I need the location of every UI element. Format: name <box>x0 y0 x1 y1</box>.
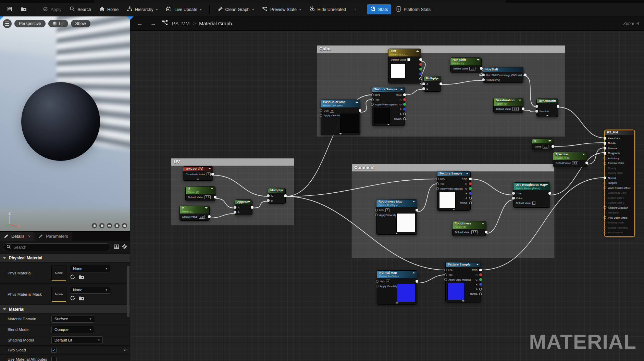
collapse-chevron-icon[interactable] <box>477 59 480 61</box>
comment-title[interactable]: Color <box>317 46 565 53</box>
output-pin[interactable] <box>416 280 418 283</box>
output-pin[interactable] <box>479 288 482 291</box>
expand-chevron-icon[interactable] <box>453 209 455 210</box>
collapse-chevron-icon[interactable] <box>482 223 484 224</box>
color-swatch[interactable] <box>407 58 410 61</box>
input-pin[interactable] <box>422 82 425 85</box>
collapse-chevron-icon[interactable] <box>554 100 556 102</box>
output-pin[interactable] <box>439 82 442 85</box>
expand-chevron-icon[interactable] <box>396 302 398 304</box>
expand-chevron-icon[interactable] <box>395 233 398 234</box>
input-pin[interactable] <box>482 74 485 76</box>
collapse-chevron-icon[interactable] <box>356 101 358 103</box>
output-pin[interactable] <box>403 103 406 106</box>
node-use-roughness-map[interactable]: Use Roughness MapSwitch Param (False)Tru… <box>513 182 550 208</box>
output-pin[interactable] <box>214 196 216 198</box>
value-box[interactable]: 0 <box>385 208 389 212</box>
close-tab-icon[interactable]: × <box>28 234 30 239</box>
input-pin[interactable] <box>371 103 374 106</box>
result-pin-pixel-depth-offset[interactable]: Pixel Depth Offset <box>605 215 634 220</box>
tab-details[interactable]: Details × <box>0 232 35 241</box>
comment-title[interactable]: UV <box>171 158 294 166</box>
result-pin-world-position-offset[interactable]: World Position Offset <box>605 185 634 191</box>
value-box[interactable]: 1.0 <box>199 215 205 219</box>
preview-cylinder-button[interactable] <box>91 223 97 229</box>
collapse-chevron-icon[interactable] <box>400 89 403 90</box>
preview-sphere-button[interactable] <box>99 223 105 229</box>
result-pin-ambient-occlusion[interactable]: Ambient Occlusion <box>605 205 634 210</box>
collapse-chevron-icon[interactable] <box>545 184 548 185</box>
value-box[interactable]: 0 <box>330 109 334 113</box>
details-scrollbar[interactable] <box>127 266 129 317</box>
node-ps-mm-result[interactable]: PS_MMBase ColorMetallicSpecularRoughness… <box>605 130 635 237</box>
input-pin[interactable] <box>371 93 374 96</box>
lit-mode-button[interactable]: Lit <box>48 20 68 27</box>
node-tint[interactable]: TintParam (1,1,1,1)Default Value <box>388 49 421 83</box>
output-pin[interactable] <box>524 74 527 76</box>
input-pin[interactable] <box>444 278 447 281</box>
collapse-chevron-icon[interactable] <box>476 264 479 265</box>
input-pin[interactable] <box>535 105 538 108</box>
collapse-chevron-icon[interactable] <box>416 50 419 52</box>
output-pin[interactable] <box>479 293 482 295</box>
input-pin[interactable] <box>535 110 538 113</box>
result-pin-front-material[interactable]: Front Material <box>605 230 634 235</box>
node-texcoord[interactable]: TexCoord[0]Coordinate Index0 <box>183 166 213 181</box>
result-pin-tangent[interactable]: Tangent <box>605 181 634 186</box>
output-pin[interactable] <box>552 145 554 148</box>
material-domain-dropdown[interactable]: Surface▾ <box>51 315 94 323</box>
output-pin[interactable] <box>419 77 422 80</box>
output-pin[interactable] <box>419 73 422 75</box>
preview-plane-button[interactable] <box>107 223 112 229</box>
input-pin[interactable] <box>436 182 439 185</box>
output-pin[interactable] <box>419 63 422 66</box>
blend-mode-dropdown[interactable]: Opaque▾ <box>51 326 94 333</box>
value-box[interactable]: 0 <box>386 280 390 283</box>
result-pin-shading-model[interactable]: Shading Model <box>605 220 634 225</box>
breadcrumb-page[interactable]: Material Graph <box>199 21 232 26</box>
expand-chevron-icon[interactable] <box>339 133 342 134</box>
node-desaturation-param[interactable]: DesaturationParam (0)Default Value0.0 <box>493 98 523 113</box>
output-pin[interactable] <box>416 209 418 211</box>
output-pin[interactable] <box>469 178 472 180</box>
section-material[interactable]: Material <box>0 305 130 314</box>
input-pin[interactable] <box>482 78 485 81</box>
section-physical-material[interactable]: Physical Material <box>0 254 130 262</box>
output-pin[interactable] <box>479 283 482 286</box>
input-pin[interactable] <box>267 194 270 197</box>
result-pin-surface-thickness[interactable]: Surface Thickness <box>605 225 634 230</box>
node-specular-param[interactable]: SpecularParam (0.5)Default Value0.5 <box>553 152 587 167</box>
result-pin-roughness[interactable]: Roughness <box>605 151 634 156</box>
output-pin[interactable] <box>403 98 406 101</box>
output-pin[interactable] <box>469 187 472 190</box>
result-pin-base-color[interactable]: Base Color <box>605 136 634 141</box>
stats-button[interactable]: Stats <box>367 4 392 14</box>
node-texture-sample-normal[interactable]: Texture SampleUVsRGBTexRApply View MipBi… <box>445 262 481 302</box>
result-pin-custom-data-0[interactable]: Custom Data 0 <box>605 195 634 201</box>
result-pin-specular[interactable]: Specular <box>605 146 634 151</box>
output-pin[interactable] <box>208 215 211 218</box>
browse-to-asset-button[interactable] <box>17 4 30 15</box>
collapse-chevron-icon[interactable] <box>466 173 469 174</box>
material-graph-canvas[interactable]: ← → PS_MM > Material Graph Zoom -4 MATER… <box>130 16 644 361</box>
result-pin-anisotropy[interactable]: Anisotropy <box>605 156 634 161</box>
node-texture-sample-color[interactable]: Texture SampleUVsRGBTexRApply View MipBi… <box>372 87 405 126</box>
output-pin[interactable] <box>557 105 559 108</box>
comment-title[interactable]: Comment <box>352 164 554 171</box>
output-pin[interactable] <box>522 107 524 110</box>
shading-model-dropdown[interactable]: Default Lit▾ <box>51 336 103 344</box>
value-box[interactable]: 1.0 <box>205 195 211 199</box>
node-normal-map[interactable]: Normal MapParam TexObjectUVs0Apply View … <box>377 270 417 305</box>
breadcrumb-asset[interactable]: PS_MM <box>172 21 190 26</box>
viewport-menu-button[interactable] <box>3 19 12 28</box>
value-box[interactable]: 0.5 <box>572 161 578 165</box>
two-sided-checkbox[interactable]: ✓ <box>51 348 57 353</box>
phys-material-dropdown[interactable]: None▾ <box>70 265 110 272</box>
save-button[interactable] <box>3 4 16 15</box>
hierarchy-button[interactable]: Hierarchy▾ <box>123 4 161 14</box>
node-v-param[interactable]: VParam (1)Default Value1.0 <box>179 206 210 221</box>
input-pin[interactable] <box>512 197 515 199</box>
output-pin[interactable] <box>479 273 482 276</box>
output-pin[interactable] <box>251 206 253 209</box>
tab-parameters[interactable]: Parameters <box>35 232 72 241</box>
